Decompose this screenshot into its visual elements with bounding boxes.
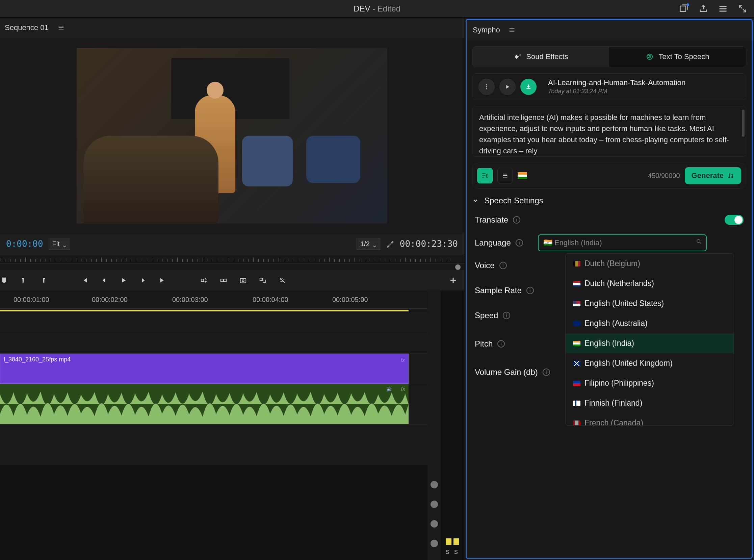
language-option[interactable]: English (Australia) xyxy=(566,314,734,333)
scroll-knob[interactable] xyxy=(430,540,438,547)
more-icon[interactable] xyxy=(478,79,495,95)
info-icon[interactable]: i xyxy=(543,368,550,376)
svg-point-5 xyxy=(242,280,244,282)
video-track[interactable]: l_3840_2160_25fps.mp4 fx xyxy=(0,353,427,384)
svg-rect-3 xyxy=(224,279,226,281)
language-dropdown[interactable]: Dutch (Belgium)Dutch (Netherlands)Englis… xyxy=(565,253,734,425)
import-asset-icon[interactable] xyxy=(520,79,536,95)
flag-icon[interactable] xyxy=(518,172,527,179)
info-icon[interactable]: i xyxy=(497,340,505,347)
audio-track[interactable]: 🔉 fx xyxy=(0,384,427,424)
scroll-knob[interactable] xyxy=(430,520,438,527)
language-option[interactable]: French (Canada) xyxy=(566,413,734,425)
time-label: 00:00:03:00 xyxy=(172,296,208,304)
language-input[interactable] xyxy=(538,234,707,251)
script-textbox[interactable]: Artificial intelligence (AI) makes it po… xyxy=(472,106,746,157)
option-label: Filipino (Philippines) xyxy=(585,379,654,388)
play-asset-icon[interactable] xyxy=(500,79,516,95)
marker-icon[interactable] xyxy=(0,276,8,284)
track-empty[interactable] xyxy=(0,333,427,353)
resolution-select[interactable]: 1/2 xyxy=(356,238,380,250)
audio-clip[interactable]: 🔉 fx xyxy=(0,384,409,424)
fullscreen-icon[interactable] xyxy=(738,4,747,14)
chevron-down-icon xyxy=(472,197,479,204)
language-option[interactable]: English (United Kingdom) xyxy=(566,353,734,373)
timeline-ruler[interactable]: 00:00:01:00 00:00:02:00 00:00:03:00 00:0… xyxy=(0,291,427,309)
speaker-icon: 🔉 xyxy=(386,385,393,392)
info-icon[interactable]: i xyxy=(503,312,510,319)
flag-icon xyxy=(573,361,580,366)
language-option[interactable]: Dutch (Belgium) xyxy=(566,254,734,274)
zoom-fit-select[interactable]: Fit xyxy=(48,238,70,250)
flag-icon xyxy=(573,301,580,306)
comparison-icon[interactable] xyxy=(259,276,267,284)
option-label: English (India) xyxy=(585,339,634,348)
language-option[interactable]: English (United States) xyxy=(566,294,734,314)
overwrite-icon[interactable] xyxy=(220,276,228,284)
scrub-bar[interactable] xyxy=(0,263,464,270)
info-icon[interactable]: i xyxy=(516,239,523,246)
export-frame-icon[interactable] xyxy=(239,276,247,284)
vu-solo-label[interactable]: s s xyxy=(446,547,459,556)
export-icon[interactable] xyxy=(699,4,708,14)
info-icon[interactable]: i xyxy=(500,262,507,269)
time-label: 00:00:02:00 xyxy=(92,296,128,304)
language-option[interactable]: Filipino (Philippines) xyxy=(566,373,734,393)
speed-label: Speed xyxy=(475,311,498,320)
add-button-icon[interactable] xyxy=(449,276,457,284)
sequence-name: Sequence 01 xyxy=(5,23,48,32)
svg-rect-2 xyxy=(221,279,223,281)
speech-settings-header[interactable]: Speech Settings xyxy=(472,196,746,205)
sequence-header: Sequence 01 xyxy=(0,18,464,38)
workspace-icon[interactable] xyxy=(679,4,689,14)
info-icon[interactable]: i xyxy=(513,216,520,224)
in-point-icon[interactable] xyxy=(20,276,28,284)
list-icon[interactable] xyxy=(497,168,513,183)
tab-text-to-speech[interactable]: Text To Speech xyxy=(609,47,746,67)
step-back-icon[interactable] xyxy=(100,276,108,284)
track-empty[interactable] xyxy=(0,424,427,465)
generate-button[interactable]: Generate xyxy=(685,167,741,184)
flag-icon xyxy=(573,341,580,346)
translate-toggle[interactable] xyxy=(725,215,743,225)
svg-point-15 xyxy=(697,239,700,242)
language-option[interactable]: English (India) xyxy=(566,333,734,353)
insert-icon[interactable] xyxy=(200,276,208,284)
music-list-icon[interactable] xyxy=(477,168,493,183)
flag-icon xyxy=(573,261,580,266)
go-start-icon[interactable] xyxy=(80,276,88,284)
proxy-toggle-icon[interactable] xyxy=(278,276,286,284)
viewer-ruler[interactable] xyxy=(0,254,464,263)
work-area-bar[interactable] xyxy=(0,309,427,313)
pitch-label: Pitch xyxy=(475,339,493,348)
settings-wrench-icon[interactable] xyxy=(386,239,394,248)
tab-label: Text To Speech xyxy=(658,52,709,61)
go-end-icon[interactable] xyxy=(159,276,167,284)
step-forward-icon[interactable] xyxy=(139,276,147,284)
fx-badge: fx xyxy=(401,357,405,363)
scroll-knob[interactable] xyxy=(430,481,438,488)
play-icon[interactable] xyxy=(120,276,128,284)
info-icon[interactable]: i xyxy=(526,287,534,294)
sequence-menu-icon[interactable] xyxy=(57,24,65,32)
asset-card: AI-Learning-and-Human-Task-Automation To… xyxy=(472,73,746,100)
timecode-current[interactable]: 0:00:00 xyxy=(6,239,43,249)
scrollbar[interactable] xyxy=(742,110,745,137)
option-label: English (United Kingdom) xyxy=(585,359,673,368)
char-count: 450/90000 xyxy=(648,172,680,180)
scrub-handle[interactable] xyxy=(455,264,461,270)
scroll-knob[interactable] xyxy=(430,501,438,508)
panel-list-icon[interactable] xyxy=(718,4,728,14)
tab-sound-effects[interactable]: Soud Effects xyxy=(472,47,609,67)
language-option[interactable]: Finnish (Finland) xyxy=(566,393,734,413)
language-option[interactable]: Dutch (Netherlands) xyxy=(566,274,734,294)
titlebar: DEV - Edited xyxy=(0,0,754,18)
track-empty[interactable] xyxy=(0,313,427,333)
out-point-icon[interactable] xyxy=(39,276,47,284)
video-clip[interactable]: l_3840_2160_25fps.mp4 fx xyxy=(0,354,409,384)
panel-menu-icon[interactable] xyxy=(508,26,516,34)
svg-rect-6 xyxy=(260,278,262,281)
flag-icon xyxy=(573,321,580,326)
timeline-scroll[interactable] xyxy=(427,291,441,560)
flag-icon xyxy=(573,420,580,426)
